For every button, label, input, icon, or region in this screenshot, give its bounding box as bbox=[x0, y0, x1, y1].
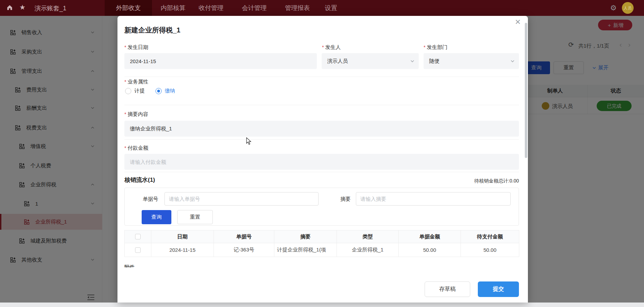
filter-summary-input[interactable] bbox=[356, 192, 511, 206]
cell-pending-amount: 50.00 bbox=[461, 243, 519, 257]
nav-tab-settings[interactable]: 设置 bbox=[325, 0, 337, 16]
section-divider bbox=[124, 105, 519, 105]
verification-reset-button[interactable]: 重置 bbox=[177, 210, 213, 224]
radio-circle-icon bbox=[125, 88, 131, 94]
top-navigation-bar: ★ 演示账套_1 外部收支 内部核算 收付管理 会计管理 管理报表 设置 ⚙ 人… bbox=[0, 0, 644, 16]
table-row: 2024-11-15 记-363号 计提企业所得税_1(项 企业所得税_1 50… bbox=[125, 243, 519, 257]
col-date: 日期 bbox=[151, 230, 214, 243]
section-divider bbox=[124, 139, 519, 140]
radio-pay[interactable]: 缴纳 bbox=[155, 88, 175, 94]
summary-label: 摘要内容 bbox=[124, 111, 148, 118]
nav-tab-internal-accounting[interactable]: 内部核算 bbox=[161, 0, 186, 16]
col-doc-amount: 单据金额 bbox=[399, 230, 461, 243]
col-doc-no: 单据号 bbox=[214, 230, 274, 243]
clipped-next-section-label: 附件 bbox=[124, 264, 145, 267]
nav-tab-payment-management[interactable]: 收付管理 bbox=[199, 0, 224, 16]
verification-query-button[interactable]: 查询 bbox=[142, 210, 171, 224]
doc-no-input[interactable] bbox=[164, 192, 319, 206]
summary-input[interactable] bbox=[124, 121, 519, 137]
modal-scrollbar-thumb[interactable] bbox=[525, 23, 527, 158]
col-type: 类型 bbox=[337, 230, 399, 243]
amount-label: 付款金额 bbox=[124, 145, 148, 151]
person-select[interactable]: 演示人员 bbox=[322, 53, 419, 69]
doc-no-label: 单据号 bbox=[143, 196, 158, 202]
section-divider bbox=[124, 77, 519, 77]
verification-section-title: 核销流水(1) bbox=[124, 176, 155, 184]
nav-tab-management-reports[interactable]: 管理报表 bbox=[285, 0, 310, 16]
close-icon[interactable]: ✕ bbox=[515, 18, 521, 26]
person-label: 发生人 bbox=[322, 44, 341, 51]
radio-circle-selected-icon bbox=[155, 88, 162, 94]
section-divider bbox=[124, 172, 519, 172]
date-input[interactable] bbox=[124, 53, 317, 69]
amount-input[interactable] bbox=[124, 154, 519, 170]
cell-type: 企业所得税_1 bbox=[337, 243, 399, 257]
cell-date: 2024-11-15 bbox=[151, 243, 214, 257]
cell-summary: 计提企业所得税_1(项 bbox=[274, 243, 337, 257]
star-icon[interactable]: ★ bbox=[19, 3, 26, 11]
department-label: 发生部门 bbox=[424, 44, 447, 51]
workspace-title: 演示账套_1 bbox=[35, 4, 66, 12]
nav-tab-external-payments[interactable]: 外部收支 bbox=[105, 0, 152, 16]
cell-doc-amount: 50.00 bbox=[399, 243, 461, 257]
chevron-down-icon bbox=[510, 59, 515, 63]
dialog-title: 新建企业所得税_1 bbox=[124, 26, 180, 35]
table-header-row: 日期 单据号 摘要 类型 单据金额 待支付金额 bbox=[125, 230, 519, 243]
gear-icon[interactable]: ⚙ bbox=[610, 4, 617, 12]
col-summary: 摘要 bbox=[274, 230, 337, 243]
new-corporate-income-tax-dialog: 新建企业所得税_1 ✕ 发生日期 发生人 发生部门 演示人员 随便 业务属性 计… bbox=[117, 16, 528, 303]
business-attribute-label: 业务属性 bbox=[124, 79, 148, 85]
verification-table: 日期 单据号 摘要 类型 单据金额 待支付金额 2024-11-15 记-363… bbox=[124, 230, 519, 257]
submit-button[interactable]: 提交 bbox=[478, 281, 519, 297]
cell-doc-no: 记-363号 bbox=[214, 243, 274, 257]
date-label: 发生日期 bbox=[124, 44, 148, 51]
row-checkbox[interactable] bbox=[135, 247, 141, 253]
select-all-checkbox[interactable] bbox=[135, 234, 141, 239]
radio-accrue[interactable]: 计提 bbox=[125, 88, 145, 94]
save-draft-button[interactable]: 存草稿 bbox=[425, 281, 470, 297]
avatar[interactable]: 人员 bbox=[622, 2, 634, 14]
verification-total: 待核销金额总计:0.00 bbox=[474, 178, 519, 184]
mouse-cursor bbox=[246, 137, 252, 146]
window-bottom-strip bbox=[0, 303, 644, 307]
col-pending-amount: 待支付金额 bbox=[461, 230, 519, 243]
filter-summary-label: 摘要 bbox=[340, 196, 351, 202]
nav-tab-accounting-management[interactable]: 会计管理 bbox=[242, 0, 267, 16]
home-icon[interactable] bbox=[6, 4, 13, 11]
department-select[interactable]: 随便 bbox=[424, 53, 519, 69]
chevron-down-icon bbox=[410, 59, 415, 63]
